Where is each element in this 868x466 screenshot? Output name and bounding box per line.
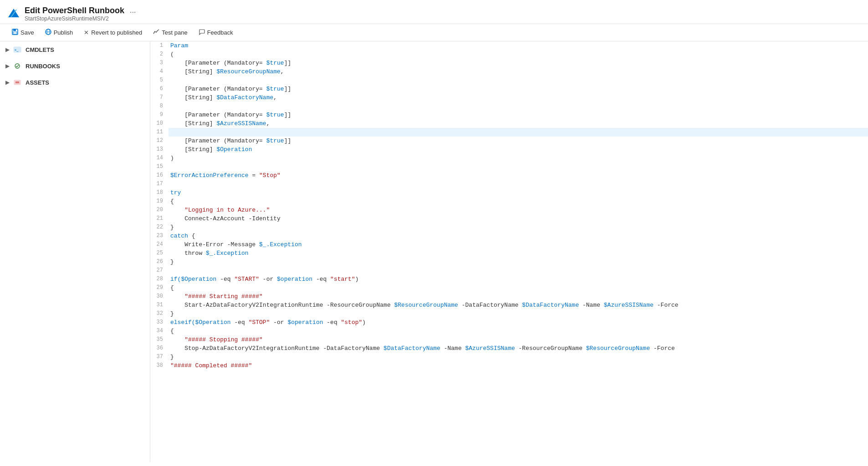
line-number: 37 — [150, 353, 168, 361]
line-content[interactable]: "Logging in to Azure..." — [168, 206, 868, 214]
line-content[interactable]: } — [168, 223, 868, 232]
line-number: 24 — [150, 240, 168, 249]
testpane-label: Test pane — [162, 29, 187, 36]
line-number: 36 — [150, 344, 168, 353]
save-icon — [12, 29, 18, 36]
line-content[interactable]: [String] $ResourceGroupName, — [168, 67, 868, 76]
line-content[interactable]: } — [168, 309, 868, 318]
feedback-label: Feedback — [207, 29, 233, 36]
line-content[interactable]: "##### Starting #####" — [168, 292, 868, 301]
line-number: 25 — [150, 249, 168, 258]
line-number: 6 — [150, 85, 168, 93]
line-content[interactable] — [168, 102, 868, 111]
line-content[interactable]: $ErrorActionPreference = "Stop" — [168, 171, 868, 180]
feedback-button[interactable]: Feedback — [194, 27, 238, 38]
table-row: 33elseif($Operation -eq "STOP" -or $oper… — [150, 318, 868, 327]
svg-text:>_: >_ — [15, 48, 19, 52]
line-content[interactable] — [168, 128, 868, 137]
table-row: 38"##### Completed #####" — [150, 361, 868, 370]
table-row: 35 "##### Stopping #####" — [150, 335, 868, 344]
line-content[interactable]: [String] $DataFactoryName, — [168, 93, 868, 102]
publish-button[interactable]: Publish — [41, 27, 78, 38]
chevron-right-icon-assets: ▶ — [5, 80, 9, 86]
sidebar-item-runbooks[interactable]: ▶ RUNBOOKS — [0, 58, 150, 74]
chevron-right-icon: ▶ — [5, 47, 9, 53]
line-content[interactable]: } — [168, 353, 868, 361]
toolbar: Save Publish ✕ Revert to published Test … — [0, 24, 868, 41]
test-pane-button[interactable]: Test pane — [148, 27, 192, 38]
table-row: 1Param — [150, 41, 868, 50]
line-number: 19 — [150, 197, 168, 206]
chart-icon — [153, 29, 159, 36]
line-content[interactable]: [String] $Operation — [168, 145, 868, 154]
line-content[interactable]: } — [168, 258, 868, 266]
line-number: 16 — [150, 171, 168, 180]
line-content[interactable] — [168, 266, 868, 275]
line-content[interactable]: if($Operation -eq "START" -or $operation… — [168, 275, 868, 284]
line-content[interactable]: ) — [168, 154, 868, 162]
line-number: 12 — [150, 137, 168, 145]
runbooks-label: RUNBOOKS — [26, 63, 60, 70]
line-number: 34 — [150, 327, 168, 335]
line-content[interactable]: { — [168, 327, 868, 335]
line-content[interactable]: { — [168, 197, 868, 206]
table-row: 16$ErrorActionPreference = "Stop" — [150, 171, 868, 180]
line-number: 31 — [150, 301, 168, 309]
line-content[interactable] — [168, 162, 868, 171]
line-content[interactable]: Param — [168, 41, 868, 50]
line-number: 15 — [150, 162, 168, 171]
table-row: 5 — [150, 76, 868, 85]
table-row: 18try — [150, 188, 868, 197]
line-content[interactable] — [168, 180, 868, 188]
table-row: 23catch { — [150, 232, 868, 240]
sidebar-item-cmdlets[interactable]: ▶ >_ CMDLETS — [0, 41, 150, 58]
line-content[interactable]: try — [168, 188, 868, 197]
line-content[interactable]: [Parameter (Mandatory= $true]] — [168, 59, 868, 67]
line-number: 7 — [150, 93, 168, 102]
line-number: 28 — [150, 275, 168, 284]
table-row: 15 — [150, 162, 868, 171]
x-icon: ✕ — [84, 29, 89, 36]
table-row: 34{ — [150, 327, 868, 335]
line-number: 27 — [150, 266, 168, 275]
line-number: 2 — [150, 50, 168, 59]
line-content[interactable]: ( — [168, 50, 868, 59]
sidebar-item-assets[interactable]: ▶ ASSETS — [0, 74, 150, 91]
line-content[interactable]: elseif($Operation -eq "STOP" -or $operat… — [168, 318, 868, 327]
line-content[interactable]: Write-Error -Message $_.Exception — [168, 240, 868, 249]
page-title-row: Edit PowerShell Runbook ... — [25, 5, 138, 15]
line-number: 4 — [150, 67, 168, 76]
title-block: Edit PowerShell Runbook ... StartStopAzu… — [25, 5, 138, 22]
runbooks-icon — [13, 62, 22, 70]
table-row: 8 — [150, 102, 868, 111]
line-content[interactable]: throw $_.Exception — [168, 249, 868, 258]
cmdlets-label: CMDLETS — [26, 46, 54, 53]
line-content[interactable]: Stop-AzDataFactoryV2IntegrationRuntime -… — [168, 344, 868, 353]
line-content[interactable]: "##### Stopping #####" — [168, 335, 868, 344]
line-content[interactable]: Start-AzDataFactoryV2IntegrationRuntime … — [168, 301, 868, 309]
line-content[interactable]: "##### Completed #####" — [168, 361, 868, 370]
revert-button[interactable]: ✕ Revert to published — [79, 27, 147, 38]
line-content[interactable] — [168, 76, 868, 85]
line-content[interactable]: [Parameter (Mandatory= $true]] — [168, 111, 868, 119]
save-button[interactable]: Save — [7, 27, 39, 38]
line-number: 1 — [150, 41, 168, 50]
table-row: 10 [String] $AzureSSISName, — [150, 119, 868, 128]
line-number: 11 — [150, 128, 168, 137]
code-table: 1Param2(3 [Parameter (Mandatory= $true]]… — [150, 41, 868, 370]
line-content[interactable]: Connect-AzAccount -Identity — [168, 214, 868, 223]
line-number: 10 — [150, 119, 168, 128]
line-content[interactable]: [Parameter (Mandatory= $true]] — [168, 85, 868, 93]
svg-rect-10 — [15, 81, 19, 83]
line-content[interactable]: [String] $AzureSSISName, — [168, 119, 868, 128]
svg-point-8 — [15, 64, 20, 68]
line-content[interactable]: { — [168, 284, 868, 292]
ellipsis-button[interactable]: ... — [128, 5, 138, 15]
table-row: 14) — [150, 154, 868, 162]
code-editor[interactable]: 1Param2(3 [Parameter (Mandatory= $true]]… — [150, 41, 868, 462]
table-row: 29{ — [150, 284, 868, 292]
line-content[interactable]: catch { — [168, 232, 868, 240]
page-subtitle: StartStopAzureSsisRuntimeMSIV2 — [25, 15, 138, 22]
line-content[interactable]: [Parameter (Mandatory= $true]] — [168, 137, 868, 145]
table-row: 11 — [150, 128, 868, 137]
